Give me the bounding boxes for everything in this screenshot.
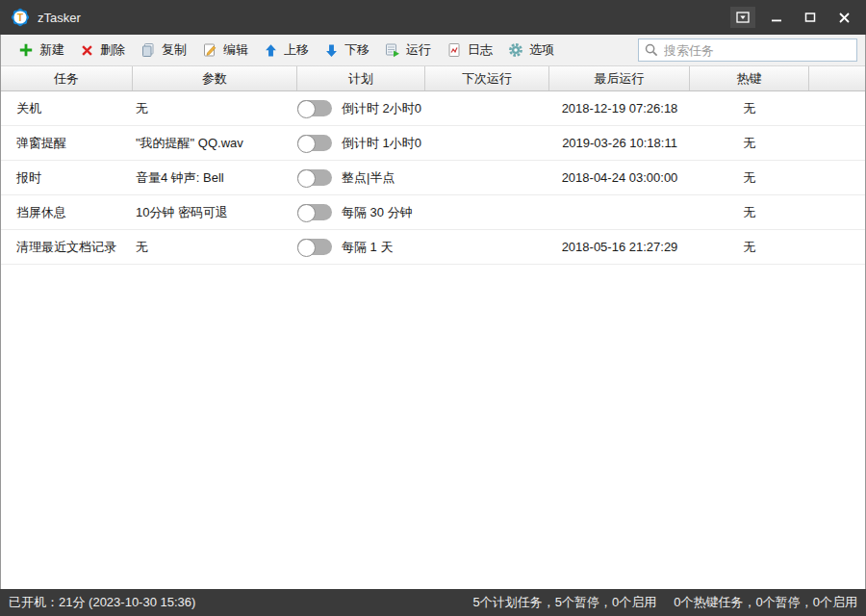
task-schedule-cell: 整点|半点 — [297, 161, 425, 194]
minimize-to-tray-button[interactable] — [730, 7, 755, 28]
copy-icon — [140, 42, 156, 58]
task-params-cell: 10分钟 密码可退 — [133, 195, 297, 229]
column-header-task[interactable]: 任务 — [1, 66, 133, 90]
column-header-hotkey[interactable]: 热键 — [690, 66, 809, 90]
run-task-button[interactable]: 运行 — [377, 38, 439, 63]
uptime-status: 已开机：21分 (2023-10-30 15:36) — [9, 594, 195, 611]
task-schedule-cell: 每隔 30 分钟 — [297, 195, 425, 229]
minimize-icon — [771, 12, 782, 23]
run-icon — [385, 42, 400, 58]
button-label: 选项 — [529, 41, 554, 59]
copy-task-button[interactable]: 复制 — [133, 38, 194, 63]
hotkey-task-summary: 0个热键任务，0个暂停，0个启用 — [674, 594, 857, 611]
column-header-last-run[interactable]: 最后运行 — [549, 66, 690, 90]
main-frame: 新建 删除 复制 编辑 上移 — [0, 35, 866, 589]
task-hotkey-cell: 无 — [690, 161, 809, 194]
task-next-run-cell — [425, 161, 549, 194]
task-name-cell: 弹窗提醒 — [1, 126, 133, 160]
task-last-run-cell: 2018-04-24 03:00:00 — [549, 161, 690, 194]
task-next-run-cell — [425, 195, 549, 229]
table-row[interactable]: 清理最近文档记录 无 每隔 1 天 2018-05-16 21:27:29 无 — [1, 230, 865, 265]
plan-task-summary: 5个计划任务，5个暂停，0个启用 — [473, 594, 657, 611]
task-hotkey-cell: 无 — [690, 195, 809, 229]
plus-icon — [18, 42, 34, 58]
log-icon — [446, 42, 462, 58]
button-label: 运行 — [406, 41, 431, 59]
task-params-cell: "我的提醒" QQ.wav — [133, 126, 297, 160]
task-next-run-cell — [425, 91, 549, 125]
task-summary: 5个计划任务，5个暂停，0个启用 0个热键任务，0个暂停，0个启用 — [473, 594, 857, 611]
minimize-to-tray-icon — [736, 12, 750, 23]
task-last-run-cell: 2018-12-19 07:26:18 — [549, 91, 690, 125]
delete-task-button[interactable]: 删除 — [72, 38, 133, 63]
table-row[interactable]: 报时 音量4 钟声: Bell 整点|半点 2018-04-24 03:00:0… — [1, 161, 865, 195]
task-hotkey-cell: 无 — [690, 230, 809, 264]
statusbar: 已开机：21分 (2023-10-30 15:36) 5个计划任务，5个暂停，0… — [0, 589, 866, 616]
row-filler — [809, 91, 865, 125]
edit-task-button[interactable]: 编辑 — [194, 38, 256, 63]
delete-x-icon — [80, 43, 94, 58]
task-hotkey-cell: 无 — [690, 91, 809, 125]
table-row[interactable]: 弹窗提醒 "我的提醒" QQ.wav 倒计时 1小时0 2019-03-26 1… — [1, 126, 865, 161]
row-filler — [809, 195, 865, 229]
schedule-label: 每隔 1 天 — [342, 239, 393, 256]
search-box — [638, 38, 857, 62]
maximize-icon — [804, 12, 816, 23]
move-up-button[interactable]: 上移 — [256, 38, 317, 63]
arrow-down-icon — [324, 43, 339, 58]
task-params-cell: 音量4 钟声: Bell — [133, 161, 297, 194]
task-enabled-toggle[interactable] — [297, 135, 332, 151]
new-task-button[interactable]: 新建 — [11, 38, 72, 63]
arrow-up-icon — [264, 43, 278, 58]
schedule-label: 倒计时 2小时0 — [342, 100, 421, 117]
task-schedule-cell: 倒计时 1小时0 — [297, 126, 425, 160]
toolbar: 新建 删除 复制 编辑 上移 — [1, 35, 865, 65]
move-down-button[interactable]: 下移 — [317, 38, 377, 63]
task-next-run-cell — [425, 126, 549, 160]
window-title: zTasker — [38, 11, 81, 25]
column-header-filler — [809, 66, 865, 90]
column-header-next-run[interactable]: 下次运行 — [425, 66, 549, 90]
task-next-run-cell — [425, 230, 549, 264]
task-enabled-toggle[interactable] — [297, 204, 332, 220]
column-header-params[interactable]: 参数 — [133, 66, 297, 90]
task-enabled-toggle[interactable] — [297, 239, 332, 255]
schedule-label: 整点|半点 — [342, 169, 395, 187]
button-label: 复制 — [162, 41, 187, 59]
table-header: 任务 参数 计划 下次运行 最后运行 热键 — [1, 65, 865, 91]
row-filler — [809, 126, 865, 160]
task-last-run-cell: 2019-03-26 10:18:11 — [549, 126, 690, 160]
button-label: 编辑 — [223, 41, 248, 59]
log-button[interactable]: 日志 — [439, 38, 500, 63]
task-name-cell: 关机 — [1, 91, 133, 125]
task-name-cell: 挡屏休息 — [1, 195, 133, 229]
button-label: 下移 — [344, 41, 369, 59]
task-schedule-cell: 每隔 1 天 — [297, 230, 425, 264]
minimize-button[interactable] — [764, 7, 789, 28]
row-filler — [809, 161, 865, 194]
column-header-schedule[interactable]: 计划 — [297, 66, 425, 90]
titlebar: T zTasker — [0, 0, 866, 35]
gear-icon — [508, 42, 523, 58]
search-input[interactable] — [638, 38, 857, 62]
edit-pencil-icon — [202, 42, 217, 58]
task-params-cell: 无 — [133, 230, 297, 264]
button-label: 上移 — [284, 41, 309, 59]
window-controls — [730, 7, 856, 28]
row-filler — [809, 230, 865, 264]
options-button[interactable]: 选项 — [500, 38, 562, 63]
maximize-button[interactable] — [798, 7, 823, 28]
task-hotkey-cell: 无 — [690, 126, 809, 160]
task-schedule-cell: 倒计时 2小时0 — [297, 91, 425, 125]
button-label: 删除 — [100, 41, 125, 59]
close-icon — [838, 12, 851, 24]
task-enabled-toggle[interactable] — [297, 100, 332, 116]
task-last-run-cell — [549, 195, 690, 229]
task-enabled-toggle[interactable] — [297, 169, 332, 186]
task-last-run-cell: 2018-05-16 21:27:29 — [549, 230, 690, 264]
schedule-label: 倒计时 1小时0 — [342, 135, 421, 152]
close-button[interactable] — [831, 7, 856, 28]
task-name-cell: 报时 — [1, 161, 133, 194]
table-row[interactable]: 挡屏休息 10分钟 密码可退 每隔 30 分钟 无 — [1, 195, 865, 230]
table-row[interactable]: 关机 无 倒计时 2小时0 2018-12-19 07:26:18 无 — [1, 91, 865, 126]
